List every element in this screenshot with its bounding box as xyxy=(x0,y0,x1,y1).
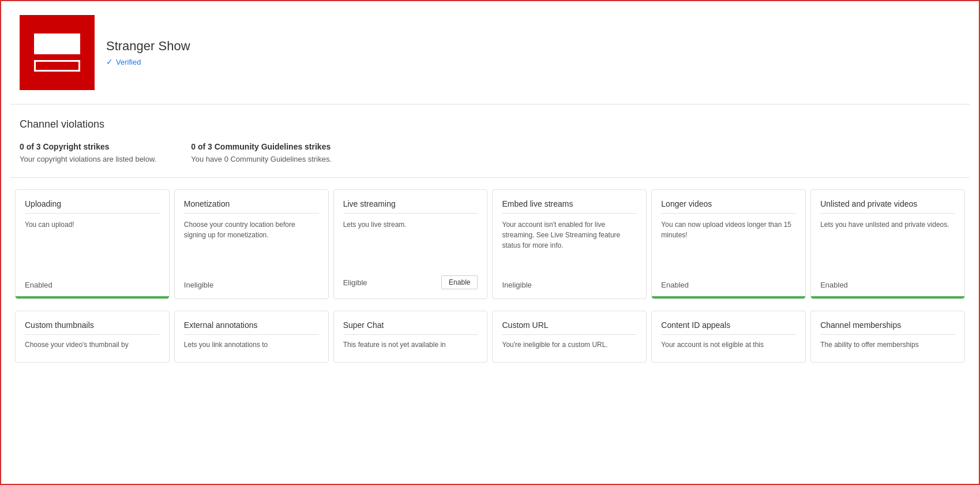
feature-partial-title-4: Content ID appeals xyxy=(661,320,796,335)
feature-card-partial-4: Content ID appealsYour account is not el… xyxy=(651,311,806,363)
feature-desc-2: Lets you live stream. xyxy=(343,219,478,230)
status-bar-0 xyxy=(16,296,169,299)
feature-card-partial-3: Custom URLYou're ineligible for a custom… xyxy=(492,311,647,363)
channel-info: Stranger Show ✓ Verified xyxy=(106,39,190,66)
violations-title: Channel violations xyxy=(20,118,960,130)
community-strikes: 0 of 3 Community Guidelines strikes You … xyxy=(191,142,332,163)
feature-partial-desc-3: You're ineligible for a custom URL. xyxy=(502,339,637,350)
feature-card-0: UploadingYou can upload!Enabled xyxy=(15,189,170,299)
feature-title-3: Embed live streams xyxy=(502,199,637,214)
feature-desc-1: Choose your country location before sign… xyxy=(184,219,319,240)
verified-label: Verified xyxy=(116,58,141,66)
feature-title-2: Live streaming xyxy=(343,199,478,214)
feature-status-3: Ineligible xyxy=(502,281,531,289)
verified-check-icon: ✓ xyxy=(106,57,113,66)
feature-card-2: Live streamingLets you live stream.Eligi… xyxy=(333,189,488,299)
feature-status-4: Enabled xyxy=(661,281,689,289)
feature-partial-desc-0: Choose your video's thumbnail by xyxy=(25,339,160,350)
feature-desc-5: Lets you have unlisted and private video… xyxy=(820,219,955,230)
feature-title-0: Uploading xyxy=(25,199,160,214)
feature-partial-desc-4: Your account is not eligible at this xyxy=(661,339,796,350)
feature-title-1: Monetization xyxy=(184,199,319,214)
feature-card-1: MonetizationChoose your country location… xyxy=(174,189,329,299)
community-strike-title: 0 of 3 Community Guidelines strikes xyxy=(191,142,332,151)
features-row-1: UploadingYou can upload!EnabledMonetizat… xyxy=(13,187,967,301)
feature-partial-desc-2: This feature is not yet available in xyxy=(343,339,478,350)
feature-title-5: Unlisted and private videos xyxy=(820,199,955,214)
features-section: UploadingYou can upload!EnabledMonetizat… xyxy=(1,178,979,381)
feature-partial-title-2: Super Chat xyxy=(343,320,478,335)
logo-rect-top xyxy=(34,33,80,54)
logo-rect-bottom xyxy=(34,60,80,72)
feature-status-2: Eligible xyxy=(343,278,367,287)
feature-desc-4: You can now upload videos longer than 15… xyxy=(661,219,796,240)
feature-card-partial-0: Custom thumbnailsChoose your video's thu… xyxy=(15,311,170,363)
status-bar-4 xyxy=(652,296,805,299)
feature-partial-title-5: Channel memberships xyxy=(820,320,955,335)
feature-card-3: Embed live streamsYour account isn't ena… xyxy=(492,189,647,299)
feature-partial-desc-5: The ability to offer memberships xyxy=(820,339,955,350)
feature-desc-3: Your account isn't enabled for live stre… xyxy=(502,219,637,251)
feature-partial-title-0: Custom thumbnails xyxy=(25,320,160,335)
violations-grid: 0 of 3 Copyright strikes Your copyright … xyxy=(20,142,960,163)
enable-button-2[interactable]: Enable xyxy=(441,275,478,289)
copyright-strike-title: 0 of 3 Copyright strikes xyxy=(20,142,156,151)
copyright-strikes: 0 of 3 Copyright strikes Your copyright … xyxy=(20,142,156,163)
feature-partial-title-1: External annotations xyxy=(184,320,319,335)
channel-header: Stranger Show ✓ Verified xyxy=(1,1,979,104)
copyright-description: Your copyright violations are listed bel… xyxy=(20,155,156,163)
feature-card-5: Unlisted and private videosLets you have… xyxy=(810,189,965,299)
channel-logo xyxy=(20,15,95,90)
feature-status-1: Ineligible xyxy=(184,281,213,289)
feature-status-0: Enabled xyxy=(25,281,52,289)
feature-card-partial-1: External annotationsLets you link annota… xyxy=(174,311,329,363)
features-row-2: Custom thumbnailsChoose your video's thu… xyxy=(13,308,967,365)
feature-desc-0: You can upload! xyxy=(25,219,160,230)
channel-name: Stranger Show xyxy=(106,39,190,54)
feature-partial-desc-1: Lets you link annotations to xyxy=(184,339,319,350)
feature-title-4: Longer videos xyxy=(661,199,796,214)
feature-card-4: Longer videosYou can now upload videos l… xyxy=(651,189,806,299)
feature-card-partial-5: Channel membershipsThe ability to offer … xyxy=(810,311,965,363)
feature-card-partial-2: Super ChatThis feature is not yet availa… xyxy=(333,311,488,363)
feature-status-5: Enabled xyxy=(820,281,848,289)
channel-verified: ✓ Verified xyxy=(106,57,190,66)
feature-partial-title-3: Custom URL xyxy=(502,320,637,335)
status-bar-5 xyxy=(811,296,964,299)
community-description: You have 0 Community Guidelines strikes. xyxy=(191,155,332,163)
violations-section: Channel violations 0 of 3 Copyright stri… xyxy=(1,105,979,177)
